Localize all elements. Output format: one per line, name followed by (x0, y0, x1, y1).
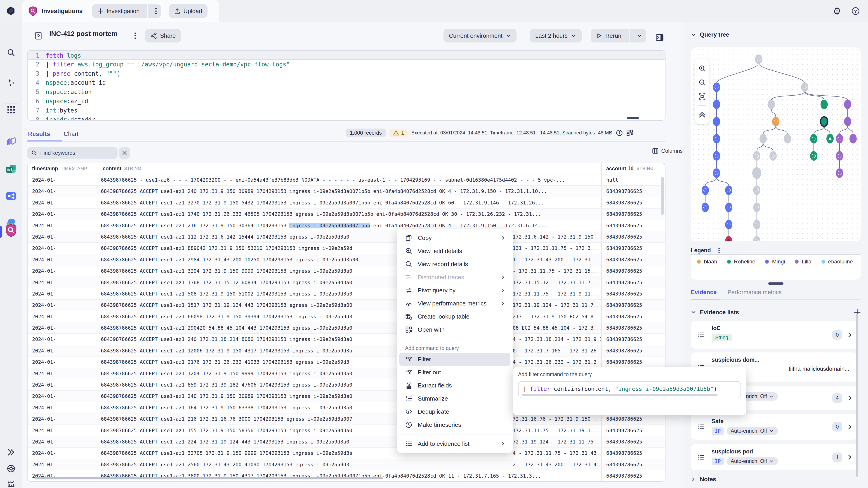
rerun-options-caret[interactable] (633, 29, 646, 42)
table-row[interactable]: 2024-01-03T14:45:22.000Z684398786625 ACC… (28, 322, 665, 334)
editor-line[interactable]: 7int:bytes (28, 106, 665, 115)
settings-gear-icon[interactable] (833, 7, 841, 15)
menu-item-filter-out[interactable]: Filter out (399, 366, 510, 379)
evidence-card-ioc[interactable]: IoCString0 (691, 321, 858, 349)
menu-item-deduplicate[interactable]: Deduplicate (399, 405, 510, 418)
tree-node-blue[interactable] (702, 186, 709, 195)
tree-node-green[interactable] (827, 134, 834, 143)
menu-item-add-to-evidence-list[interactable]: Add to evidence list (399, 437, 510, 450)
column-header-content[interactable]: contentSTRING (98, 163, 601, 174)
panel-drag-handle[interactable] (768, 283, 783, 285)
find-keywords-input[interactable]: Find keywords (27, 147, 118, 159)
share-button[interactable]: Share (145, 29, 181, 42)
clear-search-icon[interactable] (119, 147, 130, 159)
tab-results[interactable]: Results (27, 129, 51, 141)
notebook-doc-icon[interactable] (32, 29, 45, 42)
editor-line[interactable]: 3| parse content, """( (28, 69, 665, 78)
legend-kebab-icon[interactable] (718, 248, 720, 254)
tree-node-blue[interactable] (725, 220, 733, 229)
rerun-button[interactable]: Rerun (591, 29, 646, 42)
table-row[interactable]: 2024-01-03T14:45:22.000Z684398786625 ACC… (28, 254, 665, 265)
new-investigation-button[interactable]: Investigation (92, 4, 161, 18)
table-row[interactable]: 2024-01-03T14:45:22.000Z684398786625 ACC… (28, 277, 665, 288)
sidebar-item-notebooks[interactable] (5, 136, 17, 148)
table-row[interactable]: 2024-01-03T14:45:22.000Z684398786625 ACC… (28, 231, 665, 242)
expand-sidebar-icon[interactable] (7, 449, 15, 456)
zoom-in-icon[interactable] (695, 61, 709, 75)
warning-badge[interactable]: 1 (390, 129, 408, 137)
tree-node-gray[interactable] (770, 151, 777, 161)
tab-chart[interactable]: Chart (63, 129, 80, 141)
timeframe-dropdown[interactable]: Last 2 hours (530, 29, 582, 42)
tree-node-blue[interactable] (713, 117, 720, 126)
editor-line[interactable]: 5nspace:action (28, 88, 665, 97)
upload-button[interactable]: Upload (168, 4, 208, 18)
info-icon[interactable] (616, 129, 623, 136)
tree-node-red[interactable] (725, 236, 733, 241)
editor-line[interactable]: 8ipaddr:dstaddr (28, 115, 665, 121)
evidence-card-suspicious-pod[interactable]: suspicious podIPAuto-enrich: Off 1 (691, 444, 858, 470)
menu-item-copy[interactable]: Copy (399, 231, 510, 245)
tree-node-gray[interactable] (760, 134, 767, 143)
table-row[interactable]: 2024-01-03T14:45:22.000Z684398786625 ACC… (28, 186, 665, 197)
panel-scrollbar[interactable] (856, 314, 858, 477)
zoom-out-icon[interactable] (695, 75, 709, 90)
legend-item-ebaoluline[interactable]: ebaoluline (822, 258, 853, 265)
tree-node-gray[interactable] (752, 167, 761, 179)
tree-node-green[interactable] (820, 100, 828, 109)
tree-node-blue[interactable] (725, 203, 733, 212)
sidebar-item-investigations[interactable] (5, 224, 18, 237)
table-row[interactable]: 2024-01-03T14:45:22.000Z684398786625 ACC… (28, 220, 665, 231)
badge-auto-enrich-off[interactable]: Auto-enrich: Off (727, 457, 778, 465)
menu-item-make-timeseries[interactable]: Make timeseries (399, 418, 510, 431)
tree-node-gray[interactable] (768, 100, 775, 109)
vertical-scrollbar[interactable] (661, 177, 664, 215)
collapse-icon[interactable] (695, 107, 709, 122)
table-row[interactable]: 2024-01-03T14:45:22.000Z684398786625 ACC… (28, 357, 665, 368)
menu-item-extract-fields[interactable]: Extract fields (399, 379, 510, 392)
query-tree-header[interactable]: Query tree (691, 31, 729, 38)
table-row[interactable]: 2024-01-03T14:45:22.000Z684398786625 ACC… (28, 470, 665, 482)
table-row[interactable]: 2024-01-03T14:45:22.000Z684398786625 ACC… (28, 311, 665, 322)
sidebar-item-workflows[interactable] (5, 190, 17, 202)
search-icon[interactable] (7, 48, 16, 57)
tree-node-green[interactable] (820, 117, 828, 126)
chevron-right-icon[interactable] (847, 332, 852, 338)
table-row[interactable]: 2024-01-03T14:45:22.000Z684398786625 ACC… (28, 436, 665, 448)
menu-item-view-record-details[interactable]: View record details (399, 258, 510, 271)
editor-line[interactable]: 4nspace:account_id (28, 78, 665, 88)
document-kebab-icon[interactable] (129, 29, 142, 42)
tree-node-green[interactable] (810, 151, 817, 161)
usage-chart-icon[interactable] (7, 480, 16, 488)
help-icon[interactable]: ? (851, 7, 860, 15)
table-row[interactable]: 2024-01-03T14:46:09.000Z684398786625 - u… (28, 174, 665, 186)
filter-command-code[interactable]: | filter contains(content, "ingress i-09… (518, 381, 741, 398)
editor-line[interactable]: 6nspace:az_id (28, 97, 665, 106)
app-grid-icon[interactable] (7, 106, 15, 114)
tree-node-gray[interactable] (753, 203, 761, 212)
table-row[interactable]: 2024-01-03T14:45:22.000Z684398786625 ACC… (28, 345, 665, 357)
menu-item-create-lookup-table[interactable]: Create lookup table (399, 310, 510, 323)
menu-item-open-with[interactable]: Open with (399, 323, 510, 336)
menu-item-filter[interactable]: Filter (399, 353, 510, 366)
tree-node-purple[interactable] (849, 134, 857, 143)
tree-node-purple[interactable] (836, 134, 843, 143)
query-editor[interactable]: 1fetch logs2| filter aws.log_group == "/… (27, 50, 665, 121)
table-row[interactable]: 2024-01-03T14:45:22.000Z684398786625 ACC… (28, 300, 665, 311)
tree-node-purple[interactable] (836, 168, 843, 178)
tree-node-green[interactable] (810, 134, 817, 143)
tree-node-gray[interactable] (755, 55, 762, 64)
menu-item-view-field-details[interactable]: View field details (399, 245, 510, 258)
tree-node-gray[interactable] (753, 220, 761, 229)
investigation-menu-kebab[interactable] (151, 4, 161, 18)
column-header-account_id[interactable]: account_idSTRING (601, 163, 665, 174)
legend-item-Roheline[interactable]: Roheline (727, 258, 755, 265)
table-row[interactable]: 2024-01-03T14:45:22.000Z684398786625 ACC… (28, 425, 665, 436)
table-row[interactable]: 2024-01-03T14:45:22.000Z684398786625 ACC… (28, 334, 665, 345)
tree-node-blue[interactable] (713, 168, 720, 178)
tree-node-blue[interactable] (713, 151, 720, 161)
code-scrollbar[interactable] (522, 394, 717, 396)
tree-node-blue[interactable] (713, 100, 720, 109)
panel-toggle-icon[interactable] (653, 31, 666, 44)
tree-node-purple[interactable] (844, 117, 851, 126)
